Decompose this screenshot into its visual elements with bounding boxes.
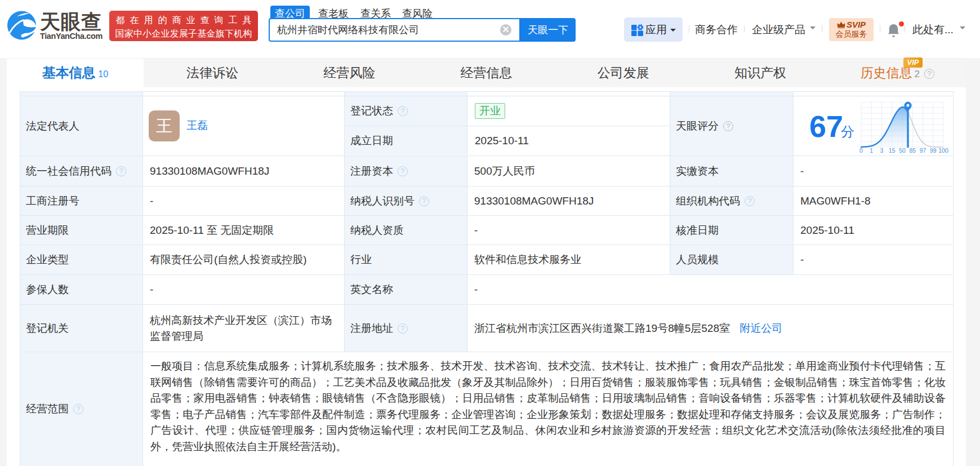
- svg-text:1: 1: [870, 147, 873, 154]
- svg-text:99: 99: [930, 147, 937, 154]
- svg-text:15: 15: [889, 147, 896, 154]
- svg-text:97: 97: [920, 147, 926, 154]
- svg-text:50: 50: [899, 147, 906, 154]
- svg-text:85: 85: [909, 147, 916, 154]
- svg-text:100: 100: [938, 147, 948, 154]
- svg-text:3: 3: [880, 147, 884, 154]
- svg-text:0: 0: [859, 147, 863, 154]
